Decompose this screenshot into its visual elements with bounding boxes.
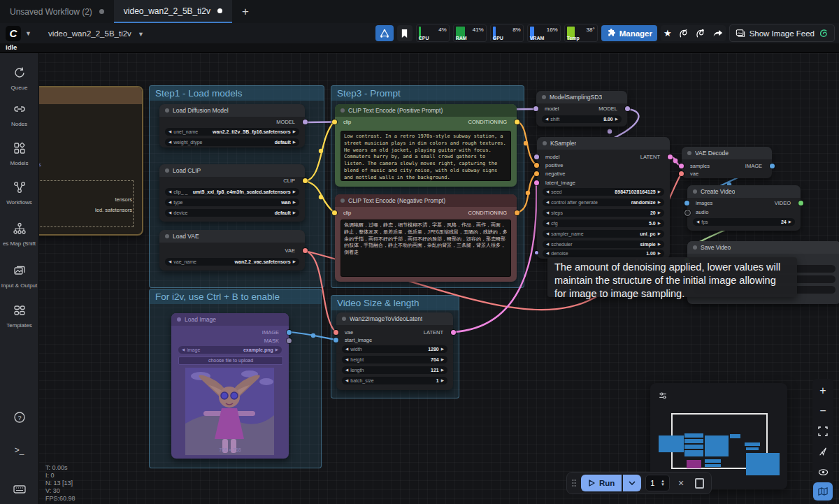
node-load-clip[interactable]: Load CLIP CLIP ◀ clip_ _ umt5_xxl_fp8_e4… (159, 164, 305, 222)
select-mode-button[interactable] (813, 442, 833, 461)
socket-image-out[interactable] (287, 330, 292, 335)
arrow-right-icon[interactable]: ▶ (441, 379, 444, 383)
arrow-left-icon[interactable]: ◀ (546, 252, 549, 256)
terminal-button[interactable]: >_ (0, 445, 38, 455)
cancel-run-button[interactable]: × (674, 477, 688, 489)
node-create-video[interactable]: Create Video images audio VIDEO ◀ fps 24… (687, 185, 801, 231)
widget-device[interactable]: ◀ device default ▶ (165, 209, 299, 217)
socket-model-in[interactable] (533, 106, 538, 111)
node-vae-decode[interactable]: VAE Decode samples vae IMAGE (682, 147, 772, 178)
node-collapse-dot[interactable] (165, 234, 169, 238)
socket-start-image-in[interactable] (334, 338, 338, 343)
node-collapse-dot[interactable] (693, 245, 697, 250)
sidebar-item-templates[interactable]: Templates (0, 303, 38, 329)
arrow-right-icon[interactable]: ▶ (293, 211, 296, 215)
minimap-settings-icon[interactable] (657, 390, 668, 401)
comfyui-logo[interactable]: C (6, 26, 21, 41)
arrow-right-icon[interactable]: ▶ (441, 358, 444, 362)
socket-positive-in[interactable] (534, 163, 539, 168)
sidebar-item-queue[interactable]: Queue (0, 66, 38, 91)
stop-button[interactable] (695, 478, 704, 489)
arrow-left-icon[interactable]: ◀ (345, 379, 348, 383)
widget-image[interactable]: ◀ image example.png ▶ (178, 346, 282, 354)
sidebar-item-models[interactable]: Models (0, 141, 38, 166)
socket-images-in[interactable] (684, 201, 689, 206)
arrow-left-icon[interactable]: ◀ (546, 201, 549, 205)
widget-shift[interactable]: ◀ shift 8.00 ▶ (542, 115, 622, 123)
arrow-right-icon[interactable]: ▶ (293, 201, 296, 205)
arrow-right-icon[interactable]: ▶ (658, 190, 661, 194)
widget-control-after-generate[interactable]: ◀ control after generate randomize ▶ (543, 199, 664, 206)
socket-samples-in[interactable] (679, 164, 684, 168)
arrow-right-icon[interactable]: ▶ (789, 220, 791, 224)
tab-video-wan[interactable]: video_wan2_2_5B_ti2v (114, 0, 232, 23)
node-collapse-dot[interactable] (340, 199, 345, 203)
socket-audio-in[interactable] (684, 210, 691, 216)
batch-count-input[interactable]: 1 ▲▼ (645, 475, 670, 491)
arrow-left-icon[interactable]: ◀ (182, 348, 185, 352)
node-wan22-image-to-video-latent[interactable]: Wan22ImageToVideoLatent vae start_image … (336, 312, 453, 390)
tab-unsaved-workflow[interactable]: Unsaved Workflow (2) (0, 0, 114, 23)
socket-image-out[interactable] (770, 164, 775, 168)
widget-sampler-name[interactable]: ◀ sampler_name uni_pc ▶ (543, 230, 664, 238)
widget-fps[interactable]: ◀ fps 24 ▶ (693, 218, 795, 226)
arrow-left-icon[interactable]: ◀ (168, 130, 171, 134)
help-button[interactable]: ? (0, 410, 38, 427)
socket-latent-out[interactable] (451, 330, 456, 335)
upload-button[interactable]: choose file to upload (178, 357, 283, 365)
node-collapse-dot[interactable] (165, 108, 169, 113)
arrow-left-icon[interactable]: ◀ (696, 220, 699, 224)
arrow-right-icon[interactable]: ▶ (658, 211, 661, 215)
new-tab-button[interactable]: + (232, 0, 259, 23)
socket-conditioning-out[interactable] (515, 210, 519, 215)
arrow-right-icon[interactable]: ▶ (293, 141, 296, 145)
node-collapse-dot[interactable] (342, 317, 346, 321)
widget-scheduler[interactable]: ◀ scheduler simple ▶ (543, 240, 664, 248)
socket-mask-out[interactable] (287, 338, 292, 343)
group-video-size-title[interactable]: Video Size & length (331, 296, 459, 310)
arrow-left-icon[interactable]: ◀ (546, 232, 549, 236)
socket-video-out[interactable] (798, 201, 803, 206)
arrow-left-icon[interactable]: ◀ (546, 190, 549, 194)
sidebar-item-workflows[interactable]: Workflows (0, 180, 38, 206)
image-preview[interactable] (185, 368, 274, 455)
unsaved-indicator-dot[interactable] (217, 8, 222, 13)
widget-steps[interactable]: ◀ steps 20 ▶ (543, 209, 664, 217)
socket-denoise-in[interactable] (535, 251, 538, 254)
widget-vae-name[interactable]: ◀ vae_name wan2.2_vae.safetensors ▶ (165, 258, 299, 266)
widget-weight-dtype[interactable]: ◀ weight_dtype default ▶ (165, 138, 299, 146)
zoom-in-button[interactable]: + (813, 382, 833, 400)
widget-denoise[interactable]: ◀ denoise 1.00 ▶ (543, 250, 664, 257)
socket-vae-in[interactable] (334, 330, 338, 335)
bookmark-button[interactable] (397, 25, 413, 41)
arrow-left-icon[interactable]: ◀ (168, 190, 171, 194)
arrow-left-icon[interactable]: ◀ (345, 368, 348, 373)
socket-model-in[interactable] (534, 154, 539, 159)
widget-length[interactable]: ◀ length 121 ▶ (342, 366, 447, 374)
drag-handle[interactable] (571, 477, 577, 489)
socket-latent-image-in[interactable] (534, 180, 539, 185)
node-ksampler[interactable]: KSampler model positive negative latent_… (537, 137, 670, 259)
arrow-left-icon[interactable]: ◀ (168, 211, 171, 215)
node-collapse-dot[interactable] (687, 151, 691, 155)
arrow-right-icon[interactable]: ▶ (658, 222, 661, 226)
negative-prompt-textarea[interactable]: 色调艳丽，过曝，静态，细节模糊不清，字幕，风格，作品，画作，画面，静止，整体发灰… (340, 219, 511, 277)
widget-unet-name[interactable]: ◀ unet_name wan2.2_ti2v_5B_fp16.safetens… (165, 128, 299, 136)
group-step1-title[interactable]: Step1 - Load models (150, 86, 324, 101)
arrow-right-icon[interactable]: ▶ (441, 347, 444, 352)
arrow-left-icon[interactable]: ◀ (345, 358, 348, 362)
fit-view-button[interactable] (813, 422, 833, 440)
stepper-arrows[interactable]: ▲▼ (661, 480, 665, 487)
node-clip-text-encode-negative[interactable]: CLIP Text Encode (Negative Prompt) clip … (335, 194, 517, 282)
arrow-right-icon[interactable]: ▶ (293, 260, 296, 264)
node-clip-text-encode-positive[interactable]: CLIP Text Encode (Positive Prompt) clip … (335, 104, 517, 187)
sidebar-item-input-output[interactable]: Input & Output (0, 264, 38, 289)
arrow-left-icon[interactable]: ◀ (168, 201, 171, 205)
arrow-right-icon[interactable]: ▶ (275, 348, 278, 352)
node-collapse-dot[interactable] (340, 108, 345, 113)
run-button[interactable]: Run (581, 475, 622, 491)
socket-vae-out[interactable] (303, 248, 308, 253)
minimap-toggle-button[interactable] (813, 482, 833, 501)
widget-cfg[interactable]: ◀ cfg 5.0 ▶ (543, 219, 664, 227)
arrow-left-icon[interactable]: ◀ (546, 211, 549, 215)
